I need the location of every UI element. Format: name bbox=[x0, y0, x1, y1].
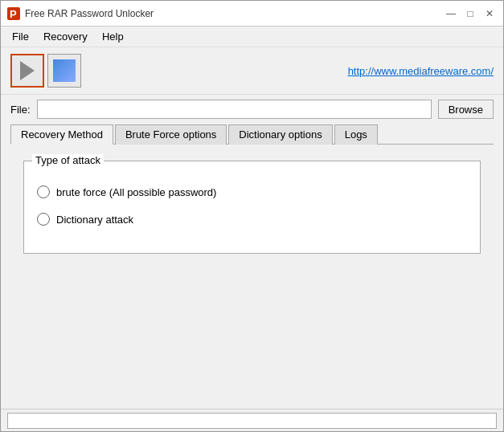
blue-button[interactable] bbox=[47, 54, 81, 88]
play-icon bbox=[20, 61, 35, 80]
file-label: File: bbox=[10, 104, 31, 116]
title-bar-left: P Free RAR Password Unlocker bbox=[7, 7, 154, 20]
group-title: Type of attack bbox=[32, 154, 104, 166]
dictionary-option[interactable]: Dictionary attack bbox=[37, 213, 467, 226]
tab-recovery-method[interactable]: Recovery Method bbox=[10, 124, 113, 145]
menu-bar: File Recovery Help bbox=[1, 26, 503, 47]
window-title: Free RAR Password Unlocker bbox=[25, 8, 154, 19]
bottom-spacer bbox=[1, 290, 503, 410]
play-button[interactable] bbox=[10, 54, 44, 88]
tab-dictionary[interactable]: Dictionary options bbox=[228, 124, 332, 145]
app-icon: P bbox=[7, 7, 20, 20]
brute-force-label: brute force (All possible password) bbox=[56, 186, 216, 198]
title-bar: P Free RAR Password Unlocker — □ ✕ bbox=[1, 1, 503, 26]
dictionary-radio[interactable] bbox=[37, 213, 50, 226]
status-bar bbox=[1, 409, 503, 431]
minimize-button[interactable]: — bbox=[444, 6, 458, 21]
tab-logs[interactable]: Logs bbox=[334, 124, 378, 145]
file-row: File: Browse bbox=[1, 95, 503, 124]
close-button[interactable]: ✕ bbox=[482, 6, 497, 21]
main-window: P Free RAR Password Unlocker — □ ✕ File … bbox=[0, 0, 504, 432]
status-input[interactable] bbox=[7, 413, 497, 429]
maximize-button[interactable]: □ bbox=[463, 6, 477, 21]
file-input[interactable] bbox=[37, 100, 432, 119]
toolbar-buttons bbox=[10, 54, 81, 88]
tab-brute-force[interactable]: Brute Force options bbox=[115, 124, 227, 145]
browse-button[interactable]: Browse bbox=[438, 100, 494, 119]
attack-type-group: Type of attack brute force (All possible… bbox=[23, 161, 481, 254]
blue-square-icon bbox=[53, 59, 76, 82]
svg-text:P: P bbox=[10, 8, 17, 20]
tab-content: Type of attack brute force (All possible… bbox=[10, 145, 494, 290]
toolbar: http://www.mediafreeware.com/ bbox=[1, 47, 503, 95]
menu-recovery[interactable]: Recovery bbox=[37, 28, 94, 45]
dictionary-label: Dictionary attack bbox=[56, 214, 133, 226]
website-link[interactable]: http://www.mediafreeware.com/ bbox=[348, 65, 494, 77]
menu-file[interactable]: File bbox=[6, 28, 35, 45]
title-bar-controls: — □ ✕ bbox=[444, 6, 497, 21]
tab-bar: Recovery Method Brute Force options Dict… bbox=[10, 124, 494, 145]
brute-force-radio[interactable] bbox=[37, 185, 50, 198]
menu-help[interactable]: Help bbox=[96, 28, 130, 45]
brute-force-option[interactable]: brute force (All possible password) bbox=[37, 185, 467, 198]
